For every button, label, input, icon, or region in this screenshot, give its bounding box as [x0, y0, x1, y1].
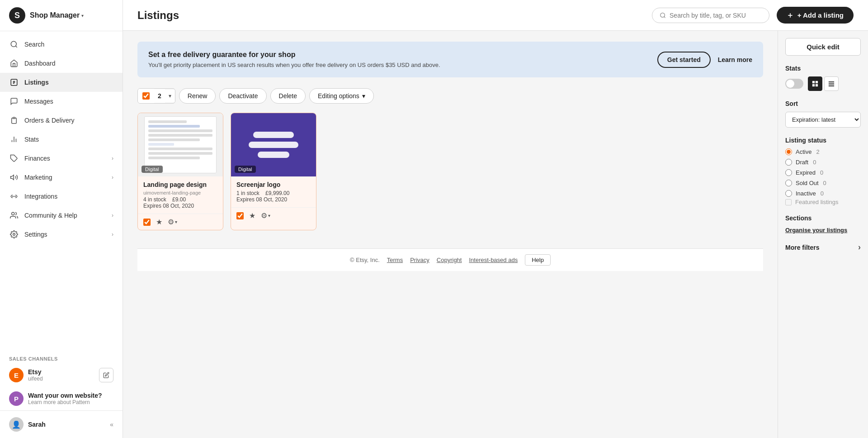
stats-icon	[9, 134, 19, 144]
stats-label: Stats	[24, 136, 39, 143]
status-inactive[interactable]: Inactive 0	[785, 190, 861, 197]
sidebar-item-settings[interactable]: Settings ›	[0, 225, 123, 244]
sidebar-item-dashboard[interactable]: Dashboard	[0, 54, 123, 73]
footer-terms[interactable]: Terms	[387, 257, 403, 263]
sidebar-item-integrations[interactable]: Integrations	[0, 187, 123, 206]
status-soldout-label: Sold Out	[796, 180, 819, 186]
messages-label: Messages	[24, 98, 53, 105]
svg-point-11	[12, 212, 14, 215]
status-draft-radio[interactable]	[785, 159, 792, 166]
footer-interest-ads[interactable]: Interest-based ads	[469, 257, 518, 263]
thumb-line	[148, 134, 212, 137]
footer-copyright-link[interactable]: Copyright	[437, 257, 462, 263]
marketing-icon	[9, 172, 19, 182]
gear-dropdown-arrow: ▾	[175, 219, 177, 224]
sidebar-item-listings[interactable]: Listings	[0, 73, 123, 92]
grid-view-button[interactable]	[808, 76, 822, 91]
renew-button[interactable]: Renew	[179, 88, 216, 104]
content-area: Set a free delivery guarantee for your s…	[123, 31, 868, 438]
integrations-icon	[9, 191, 19, 201]
footer-help-button[interactable]: Help	[525, 254, 551, 266]
status-active[interactable]: Active 2	[785, 148, 861, 155]
stats-toggle[interactable]	[785, 79, 803, 89]
right-panel: Quick edit Stats	[778, 31, 868, 438]
search-input[interactable]	[670, 12, 762, 19]
get-started-button[interactable]: Get started	[657, 52, 711, 68]
footer-privacy[interactable]: Privacy	[410, 257, 429, 263]
select-all-input[interactable]	[142, 92, 150, 100]
svg-line-1	[15, 46, 17, 47]
featured-listings-checkbox[interactable]: Featured listings	[785, 199, 861, 205]
community-arrow: ›	[112, 212, 113, 219]
svg-point-13	[660, 13, 665, 17]
sidebar-item-stats[interactable]: Stats	[0, 130, 123, 149]
status-expired[interactable]: Expired 0	[785, 169, 861, 176]
sidebar-header[interactable]: S Shop Manager ▾	[0, 0, 123, 31]
delete-button[interactable]: Delete	[270, 88, 306, 104]
listing-status-section: Listing status Active 2 Draft 0 Expir	[785, 137, 861, 205]
listing-select-checkbox[interactable]	[236, 212, 244, 219]
integrations-label: Integrations	[24, 193, 57, 200]
status-active-radio[interactable]	[785, 148, 792, 155]
status-soldout-radio[interactable]	[785, 180, 792, 186]
add-listing-label: + Add a listing	[797, 11, 844, 19]
orders-label: Orders & Delivery	[24, 117, 74, 124]
listing-actions: ★ ⚙ ▾	[231, 207, 316, 224]
status-draft[interactable]: Draft 0	[785, 159, 861, 166]
settings-gear-icon[interactable]: ⚙ ▾	[168, 218, 177, 226]
more-filters-section[interactable]: More filters ›	[785, 243, 861, 252]
editing-options-button[interactable]: Editing options ▾	[309, 88, 374, 104]
topbar: Listings + Add a listing	[123, 0, 868, 31]
toggle-knob	[786, 80, 794, 88]
community-label: Community & Help	[24, 212, 77, 219]
sidebar-item-community[interactable]: Community & Help ›	[0, 206, 123, 225]
search-bar[interactable]	[652, 8, 769, 23]
pattern-channel[interactable]: P Want your own website? Learn more abou…	[0, 387, 123, 410]
etsy-badge: E	[9, 368, 24, 382]
list-view-button[interactable]	[824, 76, 839, 91]
sidebar-item-orders[interactable]: Orders & Delivery	[0, 111, 123, 130]
etsy-edit-button[interactable]	[99, 368, 113, 382]
settings-gear-icon[interactable]: ⚙ ▾	[261, 211, 270, 220]
thumb-line	[148, 120, 187, 123]
thumb-line	[148, 125, 199, 128]
settings-label: Settings	[24, 231, 47, 238]
plus-icon	[787, 12, 794, 19]
add-listing-button[interactable]: + Add a listing	[777, 7, 854, 24]
sections-title: Sections	[785, 214, 861, 222]
thumb-line	[148, 143, 174, 146]
marketing-arrow: ›	[112, 174, 113, 181]
favorite-icon[interactable]: ★	[249, 211, 255, 220]
sidebar-item-marketing[interactable]: Marketing ›	[0, 168, 123, 187]
sidebar-item-search[interactable]: Search	[0, 35, 123, 54]
finances-arrow: ›	[112, 155, 113, 162]
select-all-checkbox[interactable]	[138, 89, 154, 103]
listing-sku: uimovement-landing-page	[143, 190, 217, 195]
status-active-label: Active	[796, 148, 811, 155]
dashboard-label: Dashboard	[24, 60, 56, 67]
learn-more-button[interactable]: Learn more	[718, 56, 752, 63]
favorite-icon[interactable]: ★	[156, 218, 162, 226]
status-expired-radio[interactable]	[785, 169, 792, 176]
status-expired-label: Expired	[796, 169, 816, 176]
thumb-line	[148, 129, 212, 132]
sidebar-item-messages[interactable]: Messages	[0, 92, 123, 111]
sidebar-item-finances[interactable]: Finances ›	[0, 149, 123, 168]
quick-edit-button[interactable]: Quick edit	[785, 38, 861, 56]
sort-select[interactable]: Expiration: latest Expiration: oldest Pr…	[785, 112, 861, 128]
svg-point-9	[13, 196, 14, 197]
banner-title: Set a free delivery guarantee for your s…	[148, 51, 440, 59]
deactivate-button[interactable]: Deactivate	[219, 88, 266, 104]
status-expired-count: 0	[820, 169, 823, 176]
listing-info: Landing page design uimovement-landing-p…	[138, 176, 223, 214]
count-dropdown-arrow[interactable]: ▾	[165, 90, 175, 102]
etsy-channel: E Etsy uifeed	[0, 363, 123, 387]
featured-checkbox-input[interactable]	[785, 199, 792, 205]
sidebar-collapse-button[interactable]: «	[110, 421, 113, 428]
status-soldout[interactable]: Sold Out 0	[785, 180, 861, 186]
finances-label: Finances	[24, 155, 50, 162]
organise-listings-link[interactable]: Organise your listings	[785, 227, 847, 233]
status-inactive-radio[interactable]	[785, 190, 792, 197]
topbar-right: + Add a listing	[652, 7, 854, 24]
listing-select-checkbox[interactable]	[143, 219, 151, 226]
